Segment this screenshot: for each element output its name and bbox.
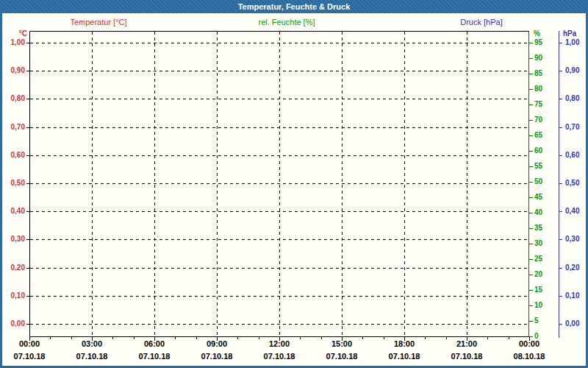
- temperature-axis-tick-label: 0,50: [2, 179, 25, 188]
- x-axis-date-label: 07.10.18: [139, 352, 171, 361]
- chart-canvas: Temperatur [°C] rel. Feuchte [%] Druck […: [2, 13, 586, 366]
- humidity-axis-tick-label: 40: [534, 208, 542, 217]
- window-titlebar: Temperatur, Feuchte & Druck: [0, 0, 588, 13]
- temperature-axis-tick: [26, 43, 29, 43]
- vertical-gridline: [467, 32, 467, 336]
- x-axis-date-label: 07.10.18: [326, 352, 358, 361]
- humidity-axis-tick-label: 90: [534, 54, 542, 63]
- x-axis-time-label: 09:00: [207, 339, 227, 348]
- humidity-axis-tick: [529, 321, 533, 322]
- pressure-axis-tick-label: 0,20: [565, 263, 579, 272]
- humidity-axis-tick-label: 60: [534, 146, 542, 155]
- humidity-axis-tick: [529, 275, 533, 275]
- pressure-axis-tick: [559, 127, 562, 128]
- temperature-axis-tick-label: 0,80: [2, 94, 25, 103]
- x-axis-minor-tick: [71, 337, 72, 339]
- humidity-axis-tick: [529, 182, 533, 183]
- humidity-axis-tick-label: 45: [534, 193, 542, 202]
- temperature-axis-tick: [26, 99, 29, 99]
- humidity-axis-tick-label: 75: [534, 100, 542, 109]
- pressure-axis-tick: [559, 211, 562, 212]
- pressure-axis-tick-label: 0,70: [565, 123, 579, 132]
- humidity-axis-tick-label: 20: [534, 270, 542, 279]
- humidity-axis-tick: [529, 305, 533, 306]
- humidity-axis-tick: [529, 290, 533, 291]
- vertical-gridline: [154, 32, 155, 336]
- humidity-axis-tick: [529, 166, 533, 167]
- x-axis-date-label: 08.10.18: [514, 352, 545, 361]
- temperature-axis-tick: [26, 127, 29, 128]
- pressure-axis-tick-label: 0,30: [565, 235, 579, 244]
- x-axis-time-label: 18:00: [394, 339, 415, 348]
- humidity-axis-tick-label: 30: [534, 239, 542, 248]
- temperature-axis-tick: [26, 296, 29, 297]
- humidity-axis-tick: [529, 244, 533, 244]
- humidity-axis-tick-label: 35: [534, 224, 542, 233]
- humidity-axis-tick-label: 10: [534, 301, 542, 310]
- x-axis-minor-tick: [134, 337, 135, 339]
- x-axis-minor-tick: [321, 337, 322, 339]
- pressure-axis-tick: [559, 296, 562, 297]
- chart-window: Temperatur, Feuchte & Druck Temperatur […: [0, 0, 588, 368]
- humidity-axis-tick-label: 85: [534, 69, 542, 78]
- x-axis-minor-tick: [259, 337, 259, 339]
- x-axis-minor-tick: [487, 337, 488, 339]
- x-axis-time-label: 00:00: [19, 339, 40, 348]
- window-title: Temperatur, Feuchte & Druck: [238, 2, 351, 11]
- humidity-axis-unit: %: [534, 29, 540, 38]
- humidity-axis-tick-label: 95: [534, 38, 542, 47]
- x-axis-minor-tick: [196, 337, 197, 339]
- temperature-axis-tick-label: 0,60: [2, 151, 25, 160]
- pressure-axis-tick-label: 0,00: [565, 319, 579, 328]
- legend-temperature: Temperatur [°C]: [70, 18, 126, 26]
- humidity-axis-tick: [529, 259, 533, 260]
- x-axis-date-label: 07.10.18: [264, 352, 295, 361]
- x-axis-minor-tick: [384, 337, 384, 339]
- temperature-axis-tick-label: 0,20: [2, 263, 25, 272]
- legend-humidity: rel. Feuchte [%]: [258, 18, 315, 26]
- x-axis-time-label: 15:00: [331, 339, 352, 348]
- temperature-axis-tick-label: 0,30: [2, 235, 25, 244]
- x-axis-time-label: 21:00: [456, 339, 477, 348]
- x-axis-date-label: 07.10.18: [451, 352, 483, 361]
- temperature-axis-tick-label: 1,00: [2, 38, 25, 47]
- x-axis-minor-tick: [300, 337, 301, 339]
- pressure-axis-tick: [559, 324, 562, 325]
- pressure-axis-tick: [559, 43, 562, 43]
- humidity-axis-tick-label: 70: [534, 116, 542, 124]
- x-axis-minor-tick: [237, 337, 238, 339]
- humidity-axis-tick: [529, 43, 533, 43]
- pressure-axis-tick: [559, 239, 562, 240]
- vertical-gridline: [279, 32, 280, 336]
- temperature-axis-tick: [26, 239, 29, 240]
- humidity-axis-tick: [529, 151, 533, 152]
- vertical-gridline: [92, 32, 93, 336]
- humidity-axis-tick: [529, 197, 533, 198]
- pressure-axis-tick: [559, 183, 562, 184]
- x-axis-date-label: 07.10.18: [389, 352, 420, 361]
- humidity-axis-tick: [529, 105, 533, 105]
- x-axis-date-label: 07.10.18: [201, 352, 233, 361]
- temperature-axis-tick-label: 0,40: [2, 207, 25, 216]
- temperature-axis-tick: [26, 71, 29, 71]
- pressure-axis-tick-label: 1,00: [565, 38, 579, 47]
- temperature-axis-tick-label: 0,00: [2, 319, 25, 328]
- pressure-axis-tick-label: 0,80: [565, 94, 579, 103]
- vertical-gridline: [404, 32, 405, 336]
- x-axis-minor-tick: [446, 337, 447, 339]
- humidity-axis-tick: [529, 135, 533, 136]
- humidity-axis-tick-label: 55: [534, 162, 542, 171]
- humidity-axis-tick: [529, 228, 533, 229]
- x-axis-date-label: 07.10.18: [76, 352, 108, 361]
- x-axis-minor-tick: [425, 337, 426, 339]
- humidity-axis-tick-label: 65: [534, 131, 542, 140]
- humidity-axis-tick-label: 25: [534, 255, 542, 263]
- x-axis-minor-tick: [509, 337, 509, 339]
- x-axis-time-label: 12:00: [269, 339, 290, 348]
- humidity-axis-tick-label: 80: [534, 85, 542, 93]
- x-axis-minor-tick: [112, 337, 113, 339]
- pressure-axis-line: [559, 31, 559, 338]
- humidity-axis-tick-label: 50: [534, 177, 542, 186]
- pressure-axis-tick-label: 0,40: [565, 207, 579, 216]
- x-axis-time-label: 06:00: [144, 339, 165, 348]
